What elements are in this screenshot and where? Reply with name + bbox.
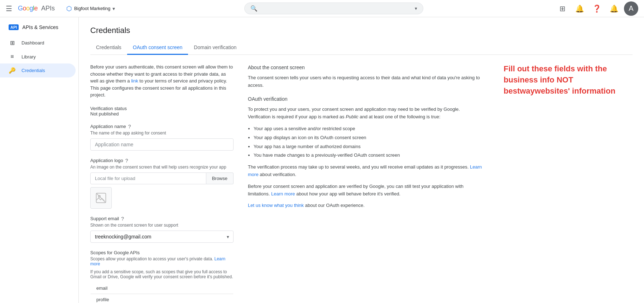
tab-bar: Credentials OAuth consent screen Domain … <box>90 41 633 55</box>
scope-row: profile <box>91 294 234 303</box>
scope-profile-cell: profile <box>91 294 234 303</box>
credentials-icon: 🔑 <box>9 67 16 74</box>
scopes-field: Scopes for Google APIs Scopes allow your… <box>90 250 234 303</box>
annotation-text: Fill out these fields with the business … <box>504 63 633 96</box>
verification-note: The verification process may take up to … <box>248 164 482 179</box>
scope-row: email <box>91 282 234 294</box>
info-panel-content: About the consent screen The consent scr… <box>248 63 482 209</box>
search-bar[interactable]: 🔍 ▾ <box>244 3 423 14</box>
search-expand-icon[interactable]: ▾ <box>415 6 417 11</box>
sidebar-nav: ⊞ Dashboard ≡ Library 🔑 Credentials <box>0 36 78 77</box>
topbar-center: 🔍 ▾ <box>118 3 549 14</box>
apis-text: APIs <box>41 5 55 12</box>
oauth-verification-desc: To protect you and your users, your cons… <box>248 106 482 121</box>
feedback-link[interactable]: Let us know what you think <box>248 203 304 208</box>
main-layout: API APIs & Services ⊞ Dashboard ≡ Librar… <box>0 17 644 303</box>
sidebar-item-library[interactable]: ≡ Library <box>0 50 76 63</box>
notifications-icon[interactable]: 🔔 <box>572 1 587 16</box>
public-word: Public <box>346 114 358 119</box>
svg-line-2 <box>96 193 106 203</box>
browse-button[interactable]: Browse <box>206 172 234 184</box>
sidebar: API APIs & Services ⊞ Dashboard ≡ Librar… <box>0 17 79 303</box>
scopes-label: Scopes for Google APIs <box>90 250 234 255</box>
avatar[interactable]: A <box>624 1 638 16</box>
oauth-bullet-2: Your app displays an icon on its OAuth c… <box>254 134 482 142</box>
topbar-right: ⊞ 🔔 ❓ 🔔 A <box>555 1 638 16</box>
sidebar-item-credentials[interactable]: 🔑 Credentials <box>0 63 76 77</box>
sidebar-item-dashboard[interactable]: ⊞ Dashboard <box>0 36 76 50</box>
scopes-table: email profile openid <box>90 282 234 303</box>
support-email-select-wrapper: treeknocking@gmail.com <box>90 231 234 243</box>
scopes-sublabel: Scopes allow your application to access … <box>90 256 234 266</box>
sidebar-header: API APIs & Services <box>0 20 78 33</box>
oauth-bullet-1: Your app uses a sensitive and/or restric… <box>254 125 482 133</box>
project-selector[interactable]: ⬡ Bigfoot Marketing ▾ <box>63 3 118 14</box>
support-email-label: Support email ? <box>90 216 234 222</box>
app-name-label: Application name ? <box>90 124 234 129</box>
app-logo-label: Application logo ? <box>90 158 234 164</box>
project-dropdown-icon: ▾ <box>112 6 115 11</box>
consent-screen-heading: About the consent screen <box>248 63 482 71</box>
search-input[interactable] <box>260 5 412 12</box>
learn-more-link2[interactable]: Learn more <box>271 191 295 197</box>
dashboard-icon: ⊞ <box>9 39 16 46</box>
content-area: Before your users authenticate, this con… <box>90 63 633 303</box>
intro-text: Before your users authenticate, this con… <box>90 63 234 99</box>
apps-icon[interactable]: ⊞ <box>555 1 569 16</box>
sidebar-title: APIs & Services <box>22 24 58 30</box>
bell-icon[interactable]: 🔔 <box>607 1 621 16</box>
topbar-left: ☰ Google APIs ⬡ Bigfoot Marketing ▾ <box>6 3 118 14</box>
tab-credentials[interactable]: Credentials <box>90 41 127 55</box>
google-apis-logo: Google APIs <box>18 5 55 12</box>
api-badge: API <box>9 24 19 30</box>
hamburger-icon[interactable]: ☰ <box>6 4 12 13</box>
app-logo-sublabel: An image on the consent screen that will… <box>90 165 234 170</box>
sidebar-item-credentials-label: Credentials <box>21 68 45 73</box>
scope-email-cell: email <box>91 282 234 294</box>
oauth-bullet-3: Your app has a large number of authorize… <box>254 143 482 151</box>
verification-status-label: Verification status <box>90 106 234 111</box>
topbar: ☰ Google APIs ⬡ Bigfoot Marketing ▾ 🔍 ▾ … <box>0 0 644 17</box>
feedback-text: Let us know what you think about our OAu… <box>248 202 482 209</box>
project-name: Bigfoot Marketing <box>74 6 110 11</box>
support-email-help-icon[interactable]: ? <box>121 216 124 222</box>
file-input-display: Local file for upload <box>90 172 206 184</box>
library-icon: ≡ <box>9 53 16 60</box>
project-dot-icon: ⬡ <box>66 5 72 13</box>
search-icon: 🔍 <box>250 5 258 12</box>
main-content: Credentials Credentials OAuth consent sc… <box>79 17 644 303</box>
app-name-sublabel: The name of the app asking for consent <box>90 131 234 136</box>
page-title: Credentials <box>90 26 633 35</box>
app-logo-field: Application logo ? An image on the conse… <box>90 158 234 209</box>
consent-screen-desc: The consent screen tells your users who … <box>248 74 482 89</box>
form-column: Before your users authenticate, this con… <box>90 63 234 303</box>
oauth-bullet-4: You have made changes to a previously-ve… <box>254 152 482 159</box>
annotation-panel: Fill out these fields with the business … <box>496 63 633 303</box>
app-logo-help-icon[interactable]: ? <box>125 158 128 164</box>
file-upload-row: Local file for upload Browse <box>90 172 234 184</box>
tab-domain-verification[interactable]: Domain verification <box>188 41 242 55</box>
verification-status-value: Not published <box>90 111 234 117</box>
verification-status-field: Verification status Not published <box>90 106 234 117</box>
support-email-field: Support email ? Shown on the consent scr… <box>90 216 234 243</box>
scopes-note: If you add a sensitive scope, such as sc… <box>90 269 234 279</box>
before-verified-text: Before your consent screen and applicati… <box>248 183 482 198</box>
sidebar-item-dashboard-label: Dashboard <box>21 40 44 46</box>
app-name-help-icon[interactable]: ? <box>128 124 131 129</box>
image-preview <box>90 187 112 209</box>
support-email-select[interactable]: treeknocking@gmail.com <box>90 231 234 243</box>
help-icon[interactable]: ❓ <box>590 1 604 16</box>
app-name-field: Application name ? The name of the app a… <box>90 124 234 151</box>
tab-oauth-consent[interactable]: OAuth consent screen <box>127 41 188 55</box>
oauth-verification-heading: OAuth verification <box>248 95 482 103</box>
sidebar-item-library-label: Library <box>21 54 36 60</box>
link-terms[interactable]: link <box>131 78 138 84</box>
oauth-bullets-list: Your app uses a sensitive and/or restric… <box>248 125 482 159</box>
app-name-input[interactable] <box>90 138 234 151</box>
google-text: Google <box>18 5 38 12</box>
support-email-sublabel: Shown on the consent screen for user sup… <box>90 223 234 228</box>
info-panel: About the consent screen The consent scr… <box>248 63 482 303</box>
